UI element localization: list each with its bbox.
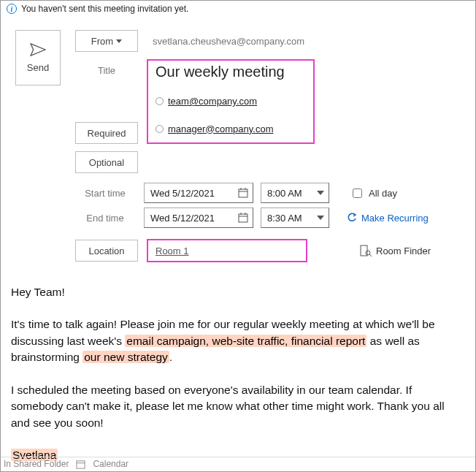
chevron-down-icon [317,216,324,220]
all-day-label: All day [369,188,397,199]
start-time-label: Start time [74,182,137,204]
title-label: Title [75,59,138,81]
meeting-body[interactable]: Hey Team! It's time to talk again! Pleas… [1,268,475,472]
from-button[interactable]: From [75,30,138,52]
info-text: You haven't sent this meeting invitation… [21,4,188,14]
end-time-input[interactable]: 8:30 AM [261,208,329,228]
send-button[interactable]: Send [15,30,61,85]
optional-button[interactable]: Optional [75,151,138,173]
required-recipient[interactable]: team@company.com [168,96,257,107]
svg-rect-4 [239,214,247,222]
all-day-checkbox[interactable]: All day [350,186,397,200]
location-button[interactable]: Location [75,240,138,262]
status-folder-label: In Shared Folder [4,459,69,469]
end-date-input[interactable]: Wed 5/12/2021 [144,208,253,228]
optional-field[interactable]: manager@company.com [148,115,313,142]
status-folder-name: Calendar [93,459,128,469]
location-value: Room 1 [156,245,189,256]
body-greeting: Hey Team! [11,284,465,300]
all-day-input[interactable] [353,189,362,198]
start-date-input[interactable]: Wed 5/12/2021 [144,183,253,203]
location-label: Location [88,245,124,256]
required-label: Required [88,128,126,139]
from-label: From [91,36,113,47]
body-paragraph-2: I scheduled the meeting based on everyon… [11,382,465,431]
chevron-down-icon [116,39,122,43]
info-bar: i You haven't sent this meeting invitati… [1,1,475,17]
end-time-label: End time [74,207,137,229]
calendar-icon [238,188,248,198]
make-recurring-button[interactable]: Make Recurring [347,213,429,224]
end-date-value: Wed 5/12/2021 [150,213,215,224]
info-icon: i [7,4,17,14]
chevron-down-icon [317,191,324,195]
svg-rect-0 [239,189,247,197]
calendar-small-icon [76,460,85,469]
required-field[interactable]: team@company.com [148,87,313,115]
svg-rect-11 [77,460,85,468]
required-button[interactable]: Required [75,122,138,144]
optional-label: Optional [89,157,124,168]
highlight: our new strategy [82,351,169,363]
highlight: email campaign, web-site traffic, financ… [125,335,366,347]
room-finder-icon [360,245,372,256]
body-paragraph-1: It's time to talk again! Please join me … [11,316,465,365]
calendar-icon [238,213,248,223]
location-input[interactable]: Room 1 [147,239,307,262]
title-input[interactable]: Our weekly meeting [148,61,313,87]
presence-icon [156,125,164,133]
svg-line-10 [369,254,372,256]
presence-icon [156,97,164,105]
start-time-input[interactable]: 8:00 AM [261,183,329,203]
recurring-icon [347,213,357,223]
start-date-value: Wed 5/12/2021 [150,188,215,199]
room-finder-button[interactable]: Room Finder [360,245,468,256]
send-icon [30,43,46,56]
optional-recipient[interactable]: manager@company.com [168,123,273,134]
send-label: Send [27,62,49,73]
make-recurring-label: Make Recurring [361,213,429,224]
room-finder-label: Room Finder [376,245,431,256]
end-time-value: 8:30 AM [267,213,302,224]
status-bar: In Shared Folder Calendar [1,457,475,471]
start-time-value: 8:00 AM [267,188,302,199]
from-address: svetlana.cheusheva@company.com [147,36,304,47]
